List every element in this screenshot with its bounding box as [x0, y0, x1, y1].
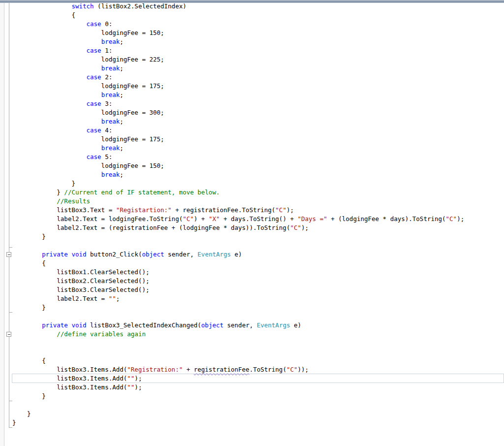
code-line[interactable]: case 3:: [12, 99, 464, 108]
code-line[interactable]: [12, 339, 464, 348]
collapse-toggle-icon[interactable]: [6, 332, 11, 337]
code-token: case: [87, 73, 101, 81]
code-token: "": [109, 295, 116, 302]
code-line[interactable]: {: [12, 259, 464, 268]
code-line[interactable]: private void button2_Click(object sender…: [12, 250, 464, 259]
code-token: );: [286, 206, 294, 214]
code-line[interactable]: {: [12, 356, 464, 365]
collapse-toggle-icon[interactable]: [6, 252, 11, 257]
code-token: [12, 2, 71, 10]
code-token: lodgingFee = 300;: [12, 109, 164, 116]
code-area[interactable]: switch (listBox2.SelectedIndex) { case 0…: [12, 2, 464, 445]
code-line[interactable]: {: [12, 11, 464, 20]
code-line[interactable]: [12, 401, 464, 410]
code-line[interactable]: lodgingFee = 175;: [12, 82, 464, 91]
code-token: listBox3.Text =: [12, 206, 116, 214]
code-line[interactable]: lodgingFee = 175;: [12, 135, 464, 144]
code-line[interactable]: case 1:: [12, 46, 464, 55]
code-line[interactable]: }: [12, 303, 464, 312]
code-line[interactable]: }: [12, 418, 464, 427]
code-token: }: [12, 233, 46, 240]
code-line[interactable]: break;: [12, 170, 464, 179]
code-token: case: [87, 127, 101, 134]
code-line[interactable]: break;: [12, 144, 464, 153]
code-token: .ToString(: [250, 366, 286, 373]
code-line[interactable]: listBox1.ClearSelected();: [12, 268, 464, 277]
code-line[interactable]: break;: [12, 117, 464, 126]
code-line[interactable]: } //Current end of IF statement, move be…: [12, 188, 464, 197]
code-line[interactable]: case 2:: [12, 73, 464, 82]
code-line[interactable]: switch (listBox2.SelectedIndex): [12, 2, 464, 11]
code-line[interactable]: case 5:: [12, 153, 464, 161]
code-token: [12, 118, 101, 125]
code-line[interactable]: [12, 241, 464, 250]
code-line[interactable]: }: [12, 392, 464, 401]
code-editor-window: switch (listBox2.SelectedIndex) { case 0…: [0, 0, 504, 446]
code-token: "X": [209, 215, 220, 223]
code-token: [12, 197, 57, 205]
code-line[interactable]: }: [12, 232, 464, 241]
code-token: ;: [120, 91, 124, 98]
code-token: "Registration:": [127, 366, 183, 373]
code-line[interactable]: label2.Text = (registrationFee + (lodgin…: [12, 223, 464, 232]
code-token: case: [87, 47, 101, 54]
code-token: {: [12, 357, 46, 364]
code-token: break: [101, 91, 120, 98]
code-line[interactable]: case 0:: [12, 20, 464, 29]
code-token: ;: [120, 38, 124, 45]
code-line[interactable]: listBox3.Items.Add("");: [12, 383, 464, 392]
code-token: (listBox2.SelectedIndex): [94, 2, 187, 10]
code-token: lodgingFee = 175;: [12, 135, 164, 143]
code-line[interactable]: break;: [12, 64, 464, 73]
code-token: [12, 73, 87, 81]
code-token: "": [127, 383, 134, 391]
code-line[interactable]: lodgingFee = 150;: [12, 29, 464, 37]
code-token: "C": [275, 206, 286, 214]
code-token: + days.ToString() +: [220, 215, 297, 223]
code-token: ;: [120, 64, 124, 72]
code-line[interactable]: label2.Text = lodgingFee.ToString("C") +…: [12, 215, 464, 223]
code-line[interactable]: [12, 427, 464, 436]
code-line[interactable]: listBox3.ClearSelected();: [12, 286, 464, 294]
code-line[interactable]: private void listBox3_SelectedIndexChang…: [12, 321, 464, 330]
code-line[interactable]: break;: [12, 37, 464, 46]
code-line[interactable]: listBox3.Text = "Registartion:" + regist…: [12, 206, 464, 215]
code-line[interactable]: listBox3.Items.Add("Registration:" + reg…: [12, 365, 464, 374]
code-token: }: [12, 189, 64, 196]
code-line[interactable]: [12, 348, 464, 356]
code-token: );: [457, 215, 464, 223]
code-line[interactable]: listBox2.ClearSelected();: [12, 277, 464, 286]
code-token: lodgingFee = 150;: [12, 162, 164, 169]
code-token: 4:: [101, 127, 113, 134]
code-line[interactable]: label2.Text = "";: [12, 294, 464, 303]
code-token: case: [87, 100, 101, 107]
code-token: 5:: [101, 153, 113, 160]
code-token: [12, 321, 42, 329]
squiggle-underlined-identifier: registrationFee: [194, 366, 250, 373]
code-token: listBox3_SelectedIndexChanged(: [87, 321, 201, 329]
code-line[interactable]: }: [12, 410, 464, 418]
code-line[interactable]: [12, 436, 464, 445]
code-token: object: [201, 321, 223, 329]
code-token: "C": [290, 224, 301, 231]
code-token: lodgingFee = 150;: [12, 29, 164, 36]
outline-end-tick: [9, 427, 12, 428]
code-line[interactable]: lodgingFee = 300;: [12, 108, 464, 117]
code-token: }: [12, 419, 16, 426]
code-line[interactable]: //define variables again: [12, 330, 464, 339]
code-token: ) +: [194, 215, 209, 223]
code-token: private: [42, 251, 68, 258]
code-token: {: [12, 11, 75, 19]
code-line[interactable]: lodgingFee = 225;: [12, 55, 464, 64]
code-token: [12, 64, 101, 72]
code-token: "C": [446, 215, 457, 223]
code-line[interactable]: }: [12, 179, 464, 188]
code-line[interactable]: break;: [12, 91, 464, 99]
code-line[interactable]: listBox3.Items.Add("");: [12, 374, 464, 383]
code-token: label2.Text = (registrationFee + (lodgin…: [12, 224, 290, 231]
code-line[interactable]: case 4:: [12, 126, 464, 135]
code-line[interactable]: lodgingFee = 150;: [12, 161, 464, 170]
code-line[interactable]: [12, 312, 464, 321]
code-token: 0:: [101, 20, 113, 28]
code-line[interactable]: //Results: [12, 197, 464, 206]
